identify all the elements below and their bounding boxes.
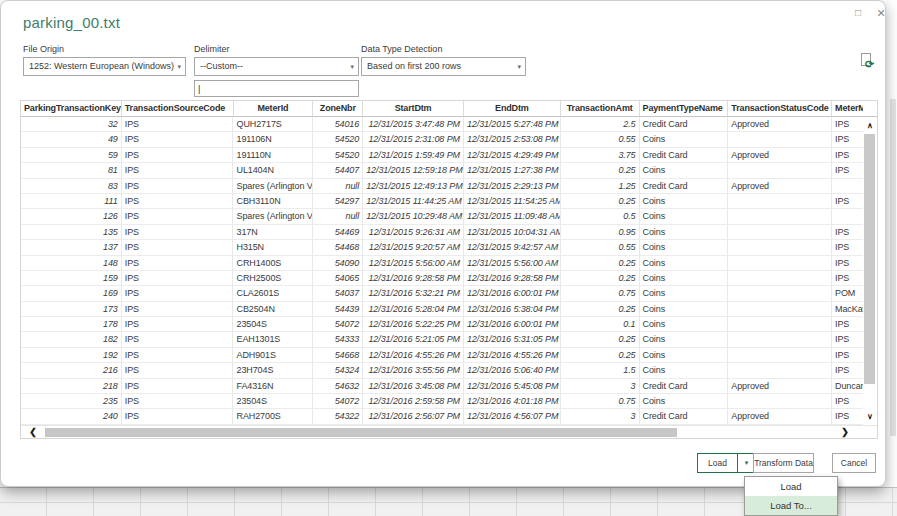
scroll-down-icon[interactable]: ∨ (863, 410, 877, 423)
table-row: 192IPSADH901S5466812/31/2016 4:55:26 PM1… (21, 348, 863, 363)
cell: null (313, 179, 363, 194)
cell: 54407 (313, 163, 363, 178)
cell: IPS (832, 363, 863, 378)
cell: 12/31/2015 5:27:48 PM (464, 117, 561, 132)
cell: 54072 (313, 394, 363, 409)
scroll-left-icon[interactable]: ❮ (27, 426, 39, 439)
column-header-metermake[interactable]: MeterMake (832, 101, 863, 117)
table-row: 178IPS23504S5407212/31/2016 5:22:25 PM12… (21, 317, 863, 332)
cell (728, 332, 832, 347)
cell: Credit Card (640, 379, 729, 394)
column-header-transactionstatuscode[interactable]: TransactionStatusCode (728, 101, 832, 117)
file-origin-select[interactable]: 1252: Western European (Windows) ▾ (23, 57, 186, 76)
cell (728, 194, 832, 209)
column-header-transactionamt[interactable]: TransactionAmt (561, 101, 640, 117)
cell: Coins (640, 332, 729, 347)
cell: IPS (832, 240, 863, 255)
cell: 54469 (313, 225, 363, 240)
scroll-right-icon[interactable]: ❯ (839, 426, 851, 439)
cell: 12/31/2015 2:29:13 PM (464, 179, 561, 194)
cell: 0.25 (561, 163, 640, 178)
refresh-preview-button[interactable]: ⟳ (861, 53, 877, 72)
delimiter-select[interactable]: --Custom-- ▾ (194, 57, 359, 76)
cell: 12/31/2016 5:22:25 PM (363, 317, 464, 332)
cell: 54037 (313, 286, 363, 301)
column-header-meterid[interactable]: MeterId (234, 101, 314, 117)
horizontal-scrollbar[interactable]: ❮ ❯ (21, 425, 877, 438)
column-header-startdtm[interactable]: StartDtm (363, 101, 464, 117)
cell: IPS (122, 363, 234, 378)
cell: 240 (21, 409, 122, 424)
cell: 54333 (313, 332, 363, 347)
cell: IPS (122, 271, 234, 286)
cell: Coins (640, 209, 729, 224)
scroll-up-icon[interactable]: ∧ (863, 119, 877, 132)
cell: MacKay (832, 302, 863, 317)
cell: 0.75 (561, 286, 640, 301)
cell: 12/31/2015 12:49:13 PM (363, 179, 464, 194)
cell: 178 (21, 317, 122, 332)
maximize-icon[interactable]: □ (850, 5, 866, 21)
cell: Approved (728, 409, 832, 424)
horizontal-scrollbar-thumb[interactable] (45, 428, 677, 437)
custom-delimiter-input[interactable]: | (194, 80, 359, 97)
cell: IPS (122, 317, 234, 332)
cell: 135 (21, 225, 122, 240)
cell: 12/31/2016 5:32:21 PM (363, 286, 464, 301)
delimiter-label: Delimiter (194, 44, 230, 54)
table-row: 137IPSH315N5446812/31/2015 9:20:57 AM12/… (21, 240, 863, 255)
table-row: 59IPS191110N5452012/31/2015 1:59:49 PM12… (21, 148, 863, 163)
cell: 12/31/2015 4:29:49 PM (464, 148, 561, 163)
cancel-button[interactable]: Cancel (832, 453, 876, 473)
cell: 12/31/2016 2:56:07 PM (363, 409, 464, 424)
cell: 192 (21, 348, 122, 363)
cell: 12/31/2015 10:04:31 AM (464, 225, 561, 240)
table-row: 111IPSCBH3110N5429712/31/2015 11:44:25 A… (21, 194, 863, 209)
cell: H315N (233, 240, 313, 255)
column-header-enddtm[interactable]: EndDtm (464, 101, 561, 117)
cell: 12/31/2015 9:20:57 AM (363, 240, 464, 255)
cell: 12/31/2016 5:06:40 PM (464, 363, 561, 378)
table-row: 159IPSCRH2500S5406512/31/2016 9:28:58 PM… (21, 271, 863, 286)
data-type-detection-select[interactable]: Based on first 200 rows ▾ (361, 57, 526, 76)
cell: 0.25 (561, 348, 640, 363)
cell: IPS (122, 132, 234, 147)
cell: Approved (728, 179, 832, 194)
vertical-scrollbar[interactable]: ∧ ∨ (863, 117, 877, 425)
column-header-paymenttypename[interactable]: PaymentTypeName (640, 101, 729, 117)
load-split-button[interactable]: Load ▾ (697, 453, 756, 473)
column-header-transactionsourcecode[interactable]: TransactionSourceCode (122, 101, 234, 117)
cell: 12/31/2016 5:21:05 PM (363, 332, 464, 347)
cell: 216 (21, 363, 122, 378)
delimiter-value: --Custom-- (200, 61, 243, 71)
cell: CBH3110N (233, 194, 313, 209)
menu-item-load-to[interactable]: Load To... (745, 496, 837, 515)
table-row: 49IPS191106N5452012/31/2015 2:31:08 PM12… (21, 132, 863, 147)
cell: 0.25 (561, 302, 640, 317)
column-header-parkingtransactionkey[interactable]: ParkingTransactionKey (21, 101, 122, 117)
cell: EAH1301S (233, 332, 313, 347)
cell: Coins (640, 348, 729, 363)
cell: 0.25 (561, 256, 640, 271)
cell: IPS (832, 163, 863, 178)
cell: Spares (Arlington VA) (233, 209, 313, 224)
close-icon[interactable]: ✕ (873, 5, 889, 21)
menu-item-load[interactable]: Load (745, 477, 837, 496)
vertical-scrollbar-thumb[interactable] (864, 134, 875, 384)
cell: IPS (122, 240, 234, 255)
column-header-zonenbr[interactable]: ZoneNbr (313, 101, 363, 117)
transform-data-button[interactable]: Transform Data (753, 453, 814, 473)
worksheet-scrollbar[interactable] (890, 99, 896, 436)
cell: Coins (640, 194, 729, 209)
cell: 218 (21, 379, 122, 394)
data-type-detection-value: Based on first 200 rows (367, 61, 461, 71)
cell: 12/31/2015 5:56:00 AM (464, 256, 561, 271)
cell: 12/31/2015 11:44:25 AM (363, 194, 464, 209)
cell: CRH2500S (233, 271, 313, 286)
cell: Spares (Arlington VA) (233, 179, 313, 194)
cell: IPS (832, 148, 863, 163)
load-button[interactable]: Load (698, 454, 737, 472)
table-header-row: ParkingTransactionKeyTransactionSourceCo… (21, 101, 877, 117)
cell: IPS (122, 394, 234, 409)
cell: 3 (561, 379, 640, 394)
